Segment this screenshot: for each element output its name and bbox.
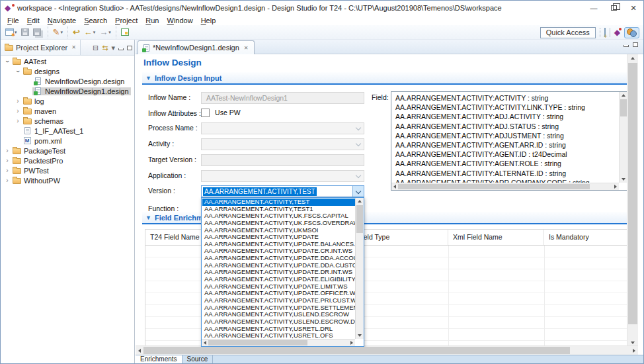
field-list-item[interactable]: AA.ARRANGEMENT.ACTIVITY:ARR.COMPANY.CODE… <box>392 178 618 183</box>
scroll-right-icon[interactable] <box>350 341 353 345</box>
expander-icon[interactable]: › <box>14 117 22 125</box>
field-list-item[interactable]: AA.ARRANGEMENT.ACTIVITY:ADJ.ACTIVITY : s… <box>392 112 618 121</box>
tree-item-packagetest[interactable]: ›PackageTest <box>1 146 134 156</box>
version-option[interactable]: AA.ARRANGEMENT.ACTIVITY,UPDATE.DDA.CUSTO… <box>202 262 355 269</box>
collapse-triangle-icon[interactable]: ▼ <box>145 75 151 81</box>
scroll-up-icon[interactable] <box>358 200 362 203</box>
view-menu-button[interactable]: ▾ <box>111 44 115 52</box>
collapse-all-button[interactable]: ⊟ <box>93 44 99 52</box>
scroll-down-icon[interactable] <box>631 341 635 344</box>
minimize-editor-button[interactable] <box>624 45 629 47</box>
field-list-item[interactable]: AA.ARRANGEMENT.ACTIVITY:ACTIVITY : strin… <box>392 93 618 103</box>
version-option[interactable]: AA.ARRANGEMENT.ACTIVITY,UKMSOI <box>202 227 355 234</box>
tree-item-aatest[interactable]: ›AATest <box>1 56 134 66</box>
dropdown-vertical-scrollbar[interactable] <box>355 198 364 339</box>
field-list-item[interactable]: AA.ARRANGEMENT.ACTIVITY:ACTIVITY.LINK.TY… <box>392 103 618 112</box>
version-option[interactable]: AA.ARRANGEMENT.ACTIVITY,UPDATE.BALANCES.… <box>202 241 355 248</box>
version-option[interactable]: AA.ARRANGEMENT.ACTIVITY,UK.FSCS.CAPITAL <box>202 212 355 220</box>
scrollbar-thumb[interactable] <box>208 340 307 345</box>
close-button[interactable]: ✕ <box>624 1 643 15</box>
field-list-item[interactable]: AA.ARRANGEMENT.ACTIVITY:AGENT.ARR.ID : s… <box>392 140 618 150</box>
scroll-left-icon[interactable] <box>138 349 141 353</box>
scrollbar-thumb[interactable] <box>143 347 570 354</box>
forward-button[interactable]: →▾ <box>98 26 112 38</box>
expander-icon[interactable]: › <box>14 68 22 75</box>
back-button[interactable]: ←▾ <box>83 26 97 38</box>
version-option[interactable]: AA.ARRANGEMENT.ACTIVITY,UK.FSCS.OVERDRAW… <box>202 220 355 227</box>
version-option[interactable]: AA.ARRANGEMENT.ACTIVITY,UPDATE.ELIGIBILI… <box>202 276 355 283</box>
open-perspective-button[interactable] <box>604 28 606 36</box>
link-with-editor-button[interactable]: ⇆ <box>102 44 108 52</box>
menu-run[interactable]: Run <box>141 17 163 24</box>
scroll-down-icon[interactable] <box>622 178 625 181</box>
minimize-button[interactable]: — <box>584 1 604 15</box>
menu-file[interactable]: File <box>3 17 23 24</box>
tree-item-designs[interactable]: ›designs <box>1 66 134 76</box>
version-option[interactable]: AA.ARRANGEMENT.ACTIVITY,USLEND.ESCROW <box>202 311 355 318</box>
project-explorer-tab[interactable]: Project Explorer ✕ <box>1 40 81 55</box>
version-option[interactable]: AA.ARRANGEMENT.ACTIVITY,UPDATE.CR.INT.WS <box>202 248 355 255</box>
scroll-right-icon[interactable] <box>633 349 635 353</box>
expander-icon[interactable]: › <box>14 97 22 105</box>
tree-item-newinflowdesign-design[interactable]: ›NewInflowDesign.design <box>1 76 134 86</box>
save-button[interactable] <box>20 26 30 38</box>
save-all-button[interactable] <box>32 26 44 38</box>
close-icon[interactable]: ✕ <box>243 45 249 51</box>
tree-item-packtestpro[interactable]: ›PacktestPro <box>1 156 134 165</box>
last-edit-location-button[interactable] <box>120 26 130 38</box>
version-option[interactable]: AA.ARRANGEMENT.ACTIVITY,UPDATE.DR.INT.WS <box>202 269 355 276</box>
version-option[interactable]: AA.ARRANGEMENT.ACTIVITY,TEST1 <box>202 206 355 213</box>
editor-tab-newinflowdesign1[interactable]: *NewInflowDesign1.design ✕ <box>138 40 255 54</box>
tree-item-pwtest[interactable]: ›PWTest <box>1 165 134 175</box>
expander-icon[interactable]: › <box>3 147 11 155</box>
collapse-triangle-icon[interactable]: ▼ <box>145 214 151 221</box>
wand-tool-button[interactable]: ✎▾ <box>52 26 64 38</box>
tab-source[interactable]: Source <box>182 355 214 364</box>
field-list-item[interactable]: AA.ARRANGEMENT.ACTIVITY:ALTERNATE.ID : s… <box>392 169 618 178</box>
version-option[interactable]: AA.ARRANGEMENT.ACTIVITY,UPDATE.SETTLEMEN… <box>202 304 355 312</box>
version-option[interactable]: AA.ARRANGEMENT.ACTIVITY,USLEND.ESCROW.DI… <box>202 318 355 326</box>
expander-icon[interactable]: › <box>3 58 11 66</box>
version-option[interactable]: AA.ARRANGEMENT.ACTIVITY,UPDATE.PRI.CUST.… <box>202 297 355 304</box>
menu-window[interactable]: Window <box>163 17 196 24</box>
field-list-item[interactable]: AA.ARRANGEMENT.ACTIVITY:ADJ.STATUS : str… <box>392 122 618 131</box>
tree-item-maven[interactable]: ›maven <box>1 106 134 116</box>
scroll-right-icon[interactable] <box>614 185 617 189</box>
maximize-editor-button[interactable] <box>633 42 638 47</box>
minimize-view-button[interactable] <box>118 48 124 50</box>
integration-studio-perspective-button[interactable]: ◆ <box>614 28 620 37</box>
close-icon[interactable]: ✕ <box>70 44 76 50</box>
version-option[interactable]: AA.ARRANGEMENT.ACTIVITY,UPDATE.LIMIT.WS <box>202 283 355 291</box>
scroll-left-icon[interactable] <box>393 185 396 189</box>
tab-enrichments[interactable]: Enrichments <box>136 355 182 364</box>
field-list-horizontal-scrollbar[interactable] <box>391 183 619 190</box>
scrollbar-thumb[interactable] <box>398 184 590 189</box>
version-combo[interactable]: AA.ARRANGEMENT.ACTIVITY,TEST <box>201 185 364 197</box>
active-perspective-button[interactable] <box>624 27 639 38</box>
version-option[interactable]: AA.ARRANGEMENT.ACTIVITY,UPDATE <box>202 234 355 241</box>
tree-item-newinflowdesign1-design[interactable]: ›NewInflowDesign1.design <box>1 86 134 96</box>
scroll-left-icon[interactable] <box>204 341 206 345</box>
field-list-item[interactable]: AA.ARRANGEMENT.ACTIVITY:AGENT.ID : t24De… <box>392 150 618 159</box>
menu-help[interactable]: Help <box>197 17 220 24</box>
expander-icon[interactable]: › <box>3 177 11 185</box>
column-is-mandatory[interactable]: Is Mandatory <box>544 230 627 245</box>
field-list-item[interactable]: AA.ARRANGEMENT.ACTIVITY:AGENT.ROLE : str… <box>392 159 618 168</box>
editor-horizontal-scrollbar[interactable] <box>136 345 638 355</box>
menu-project[interactable]: Project <box>111 17 141 24</box>
scroll-up-icon[interactable] <box>631 57 635 60</box>
scroll-down-icon[interactable] <box>358 334 362 337</box>
scrollbar-thumb[interactable] <box>620 99 627 116</box>
version-combo-button[interactable] <box>352 186 364 197</box>
version-option[interactable]: AA.ARRANGEMENT.ACTIVITY,UPDATE.DDA.ACCOU… <box>202 255 355 262</box>
editor-vertical-scrollbar[interactable] <box>627 54 638 347</box>
menu-navigate[interactable]: Navigate <box>44 17 80 24</box>
tree-item-withoutpw[interactable]: ›WithoutPW <box>1 175 134 185</box>
version-option-selected[interactable]: AA.ARRANGEMENT.ACTIVITY,TEST <box>202 199 355 206</box>
tree-item-pom-xml[interactable]: ›pom.xml <box>1 136 134 146</box>
tree-item-1-if-aatest-1[interactable]: ›1_IF_AATest_1 <box>1 126 134 136</box>
tree-item-log[interactable]: ›log <box>1 96 134 106</box>
scrollbar-thumb[interactable] <box>356 205 363 233</box>
use-pw-checkbox[interactable] <box>201 109 210 117</box>
version-option[interactable]: AA.ARRANGEMENT.ACTIVITY,UPDATE.OFFICER.W… <box>202 290 355 297</box>
